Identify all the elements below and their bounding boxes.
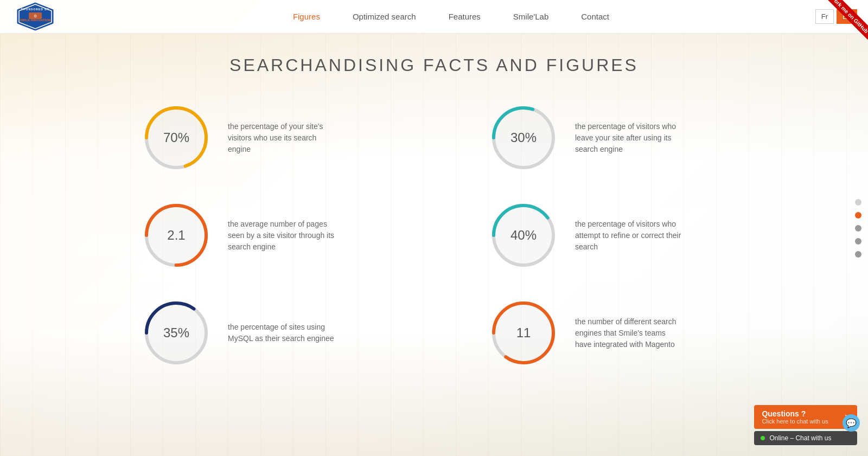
side-nav-dot[interactable] bbox=[855, 251, 861, 258]
stat-circle: 35% bbox=[141, 298, 212, 368]
github-ribbon-text: Fork me on GitHub bbox=[825, 0, 868, 40]
stat-description: the number of different search engines t… bbox=[575, 316, 684, 350]
stat-value: 11 bbox=[516, 325, 531, 341]
stat-description: the percentage of visitors who leave you… bbox=[575, 121, 684, 155]
stat-item: 40% the percentage of visitors who attem… bbox=[488, 200, 727, 271]
nav-optimized-search[interactable]: Optimized search bbox=[353, 12, 416, 21]
nav-figures[interactable]: Figures bbox=[293, 12, 320, 21]
stat-item: 70% the percentage of your site's visito… bbox=[141, 102, 380, 173]
logo-area: SPONSORED BY SMILE INNOVATION ⚙ bbox=[11, 2, 87, 31]
stats-right-col: 30% the percentage of visitors who leave… bbox=[488, 102, 727, 368]
online-indicator bbox=[761, 436, 765, 440]
logo: SPONSORED BY SMILE INNOVATION ⚙ bbox=[11, 2, 60, 31]
stat-circle: 70% bbox=[141, 102, 212, 173]
stat-circle: 2.1 bbox=[141, 200, 212, 271]
chat-status-text: Online – Chat with us bbox=[769, 434, 831, 442]
chat-widget: Questions ? Click here to chat with us ×… bbox=[754, 405, 857, 445]
chat-status[interactable]: Online – Chat with us bbox=[754, 431, 857, 445]
stat-description: the percentage of visitors who attempt t… bbox=[575, 219, 684, 253]
stat-value: 35% bbox=[163, 325, 189, 341]
main-nav: Figures Optimized search Features Smile'… bbox=[87, 12, 815, 21]
stat-value: 30% bbox=[510, 130, 537, 145]
stat-value: 40% bbox=[510, 228, 537, 243]
side-nav-dot[interactable] bbox=[855, 225, 861, 232]
svg-text:⚙: ⚙ bbox=[34, 14, 37, 18]
stat-item: 30% the percentage of visitors who leave… bbox=[488, 102, 727, 173]
stats-left-col: 70% the percentage of your site's visito… bbox=[141, 102, 380, 368]
chat-subtitle: Click here to chat with us bbox=[762, 418, 828, 425]
chat-box[interactable]: Questions ? Click here to chat with us ×… bbox=[754, 405, 857, 429]
side-nav bbox=[855, 199, 861, 258]
stat-circle: 11 bbox=[488, 298, 559, 368]
page-title: SEARCHANDISING FACTS AND FIGURES bbox=[0, 55, 868, 75]
main-content: SEARCHANDISING FACTS AND FIGURES 70% the… bbox=[0, 34, 868, 390]
side-nav-dot[interactable] bbox=[855, 238, 861, 245]
side-nav-dot[interactable] bbox=[855, 212, 861, 219]
chat-bubble-icon: 💬 bbox=[843, 414, 860, 432]
header: SPONSORED BY SMILE INNOVATION ⚙ Figures … bbox=[0, 0, 868, 34]
side-nav-dot[interactable] bbox=[855, 199, 861, 205]
svg-text:SPONSORED BY: SPONSORED BY bbox=[21, 8, 49, 11]
github-ribbon[interactable]: Fork me on GitHub bbox=[819, 0, 868, 49]
stat-value: 70% bbox=[163, 130, 189, 145]
nav-features[interactable]: Features bbox=[449, 12, 481, 21]
stat-circle: 40% bbox=[488, 200, 559, 271]
nav-contact[interactable]: Contact bbox=[581, 12, 609, 21]
nav-smilelab[interactable]: Smile'Lab bbox=[513, 12, 548, 21]
stat-item: 35% the percentage of sites using MySQL … bbox=[141, 298, 380, 368]
stat-item: 2.1 the average number of pages seen by … bbox=[141, 200, 380, 271]
stat-description: the average number of pages seen by a si… bbox=[228, 219, 336, 253]
stat-description: the percentage of your site's visitors w… bbox=[228, 121, 336, 155]
chat-title: Questions ? bbox=[762, 409, 828, 418]
stat-item: 11 the number of different search engine… bbox=[488, 298, 727, 368]
stat-value: 2.1 bbox=[167, 228, 185, 243]
stat-description: the percentage of sites using MySQL as t… bbox=[228, 322, 336, 344]
stat-circle: 30% bbox=[488, 102, 559, 173]
stats-container: 70% the percentage of your site's visito… bbox=[108, 102, 760, 368]
